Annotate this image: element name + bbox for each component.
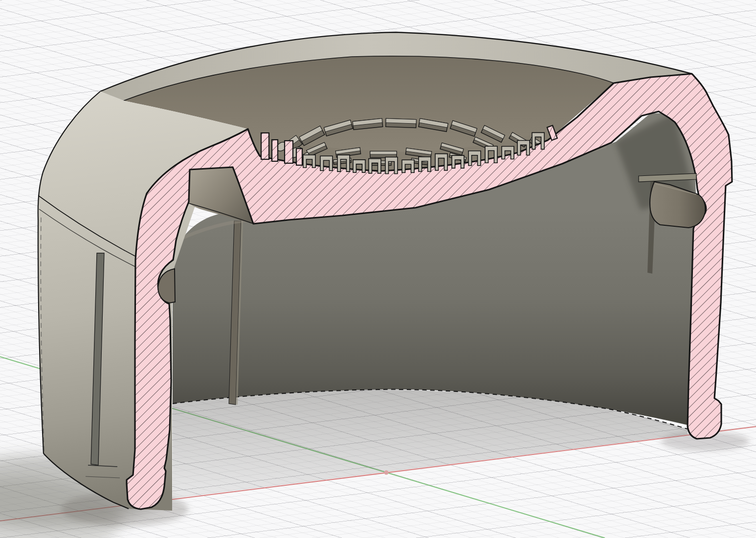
origin-marker	[384, 471, 389, 475]
cut-letter-tooth	[285, 141, 293, 163]
logo-letter-slab[interactable]	[370, 151, 397, 158]
section-analysis-scene	[0, 0, 756, 538]
cut-letter-tooth	[261, 133, 269, 159]
cut-letter-tooth	[296, 149, 302, 165]
cad-viewport[interactable]	[0, 0, 756, 538]
logo-letter-slab[interactable]	[386, 118, 417, 128]
cut-letter-tooth	[272, 140, 278, 161]
